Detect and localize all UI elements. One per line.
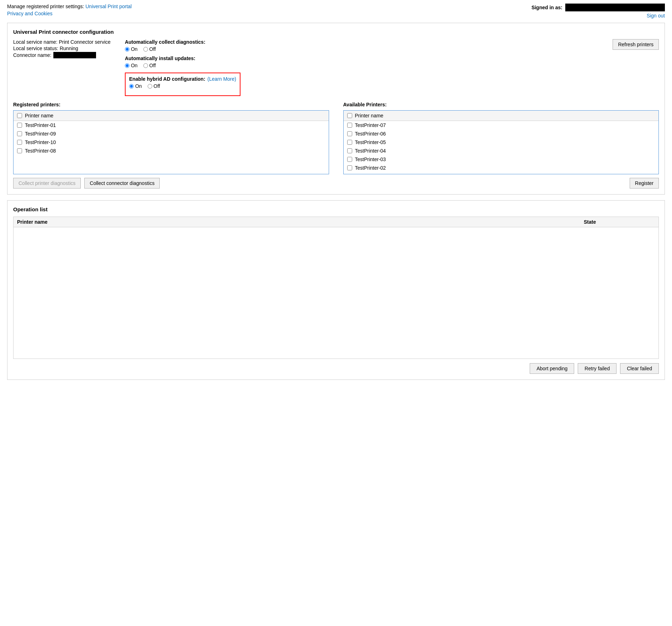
printer-name: TestPrinter-06 <box>355 131 386 137</box>
auto-updates-radio-row: On Off <box>125 63 606 68</box>
op-col-state-header: State <box>584 219 655 225</box>
operation-section: Operation list Printer name State Abort … <box>7 200 665 380</box>
registered-printers-header-label: Printer name <box>25 113 53 118</box>
clear-failed-button[interactable]: Clear failed <box>620 363 659 374</box>
operation-actions: Abort pending Retry failed Clear failed <box>13 363 659 374</box>
registered-printers-list: Printer name TestPrinter-01TestPrinter-0… <box>13 110 329 174</box>
printer-name: TestPrinter-05 <box>355 139 386 145</box>
list-item: TestPrinter-02 <box>344 164 659 172</box>
connector-config-title: Universal Print connector configuration <box>13 29 659 35</box>
hybrid-on-radio[interactable] <box>129 84 134 89</box>
hybrid-radio-row: On Off <box>129 83 236 89</box>
auto-updates-off-label[interactable]: Off <box>143 63 156 68</box>
operation-table-wrapper: Printer name State <box>13 217 659 359</box>
register-button[interactable]: Register <box>630 178 659 189</box>
signed-in-value <box>565 4 665 11</box>
registered-select-all-checkbox[interactable] <box>17 113 22 118</box>
auto-updates-on-radio[interactable] <box>125 63 129 68</box>
auto-diag-on-radio[interactable] <box>125 47 129 52</box>
signed-in-label: Signed in as: <box>531 5 562 10</box>
printer-checkbox[interactable] <box>347 157 352 162</box>
config-right: Automatically collect diagnostics: On Of… <box>125 39 659 96</box>
printer-name: TestPrinter-07 <box>355 122 386 128</box>
hybrid-off-radio[interactable] <box>148 84 152 89</box>
local-service-status: Local service status: Running <box>13 46 111 51</box>
auto-updates-off-radio[interactable] <box>143 63 148 68</box>
config-info: Local service name: Print Connector serv… <box>13 39 111 58</box>
registered-printers-col: Registered printers: Printer name TestPr… <box>13 102 329 189</box>
manage-text: Manage registered printer settings: Univ… <box>7 4 132 9</box>
printer-checkbox[interactable] <box>17 140 22 145</box>
abort-pending-button[interactable]: Abort pending <box>530 363 574 374</box>
list-item: TestPrinter-05 <box>344 138 659 147</box>
list-item: TestPrinter-03 <box>344 155 659 164</box>
refresh-btn-wrapper: Refresh printers <box>613 39 659 50</box>
auto-updates-on-text: On <box>131 63 138 68</box>
sign-out-link[interactable]: Sign out <box>647 13 665 18</box>
top-bar: Manage registered printer settings: Univ… <box>7 4 665 21</box>
learn-more-link[interactable]: (Learn More) <box>207 76 236 82</box>
printer-checkbox[interactable] <box>347 123 352 128</box>
available-printers-body: TestPrinter-07TestPrinter-06TestPrinter-… <box>344 121 659 172</box>
printers-layout: Registered printers: Printer name TestPr… <box>13 102 659 189</box>
diag-section: Automatically collect diagnostics: On Of… <box>125 39 606 96</box>
config-left: Local service name: Print Connector serv… <box>13 39 111 96</box>
printer-checkbox[interactable] <box>347 131 352 136</box>
connector-name-label: Connector name: <box>13 52 51 58</box>
collect-printer-diag-button[interactable]: Collect printer diagnostics <box>13 178 81 189</box>
hybrid-off-text: Off <box>154 83 160 89</box>
printer-checkbox[interactable] <box>347 140 352 145</box>
printer-checkbox[interactable] <box>347 165 352 170</box>
available-printers-title: Available Printers: <box>343 102 659 107</box>
printer-checkbox[interactable] <box>17 148 22 153</box>
printer-name: TestPrinter-10 <box>25 139 56 145</box>
auto-diag-off-text: Off <box>149 46 156 52</box>
collect-connector-diag-button[interactable]: Collect connector diagnostics <box>84 178 160 189</box>
list-item: TestPrinter-08 <box>14 147 329 155</box>
refresh-printers-button[interactable]: Refresh printers <box>613 39 659 50</box>
config-layout: Local service name: Print Connector serv… <box>13 39 659 96</box>
printer-checkbox[interactable] <box>347 148 352 153</box>
hybrid-label-row: Enable hybrid AD configuration: (Learn M… <box>129 76 236 82</box>
operation-list-title: Operation list <box>13 206 659 212</box>
auto-updates-on-label[interactable]: On <box>125 63 138 68</box>
auto-updates-label: Automatically install updates: <box>125 55 606 61</box>
top-right: Signed in as: Sign out <box>531 4 665 18</box>
list-item: TestPrinter-07 <box>344 121 659 129</box>
auto-diag-on-text: On <box>131 46 138 52</box>
registered-printer-actions: Collect printer diagnostics Collect conn… <box>13 178 329 189</box>
printer-checkbox[interactable] <box>17 123 22 128</box>
auto-diag-on-label[interactable]: On <box>125 46 138 52</box>
list-item: TestPrinter-09 <box>14 129 329 138</box>
printer-name: TestPrinter-08 <box>25 148 56 154</box>
hybrid-ad-label: Enable hybrid AD configuration: <box>129 76 205 82</box>
auto-diag-radio-row: On Off <box>125 46 606 52</box>
register-row: Register <box>343 178 659 189</box>
list-item: TestPrinter-06 <box>344 129 659 138</box>
available-select-all-checkbox[interactable] <box>347 113 352 118</box>
local-service-name: Local service name: Print Connector serv… <box>13 39 111 45</box>
privacy-link[interactable]: Privacy and Cookies <box>7 11 132 16</box>
hybrid-on-text: On <box>135 83 142 89</box>
manage-label: Manage registered printer settings: <box>7 4 84 9</box>
available-printers-header-label: Printer name <box>355 113 383 118</box>
connector-name-row: Connector name: <box>13 52 111 58</box>
auto-diag-off-label[interactable]: Off <box>143 46 156 52</box>
printer-name: TestPrinter-04 <box>355 148 386 154</box>
auto-updates-off-text: Off <box>149 63 156 68</box>
portal-link[interactable]: Universal Print portal <box>85 4 132 9</box>
hybrid-off-label[interactable]: Off <box>148 83 160 89</box>
hybrid-on-label[interactable]: On <box>129 83 142 89</box>
printer-name: TestPrinter-09 <box>25 131 56 137</box>
retry-failed-button[interactable]: Retry failed <box>578 363 617 374</box>
auto-diag-label: Automatically collect diagnostics: <box>125 39 606 45</box>
available-printers-col: Available Printers: Printer name TestPri… <box>343 102 659 189</box>
operation-table-header: Printer name State <box>14 217 658 227</box>
op-col-name-header: Printer name <box>17 219 584 225</box>
operation-table-body <box>14 227 658 355</box>
printer-checkbox[interactable] <box>17 131 22 136</box>
main-section: Universal Print connector configuration … <box>7 23 665 195</box>
auto-diag-off-radio[interactable] <box>143 47 148 52</box>
manage-bar: Manage registered printer settings: Univ… <box>7 4 132 9</box>
config-right-top: Automatically collect diagnostics: On Of… <box>125 39 659 96</box>
